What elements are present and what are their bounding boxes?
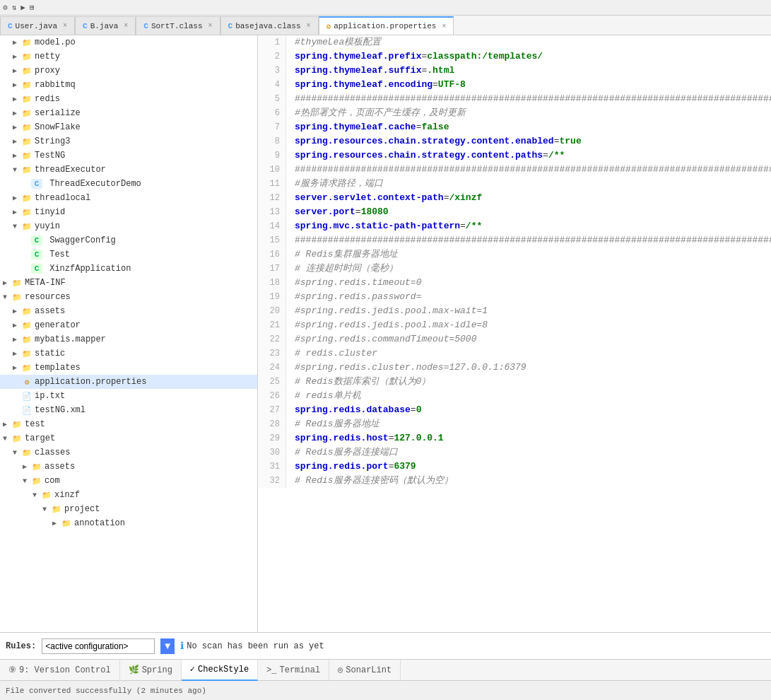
sidebar-item-6[interactable]: ▶📁SnowFlake [0,120,257,134]
sidebar-item-15[interactable]: C Test [0,247,257,262]
tree-arrow[interactable]: ▶ [13,151,21,160]
tree-arrow[interactable]: ▶ [13,335,21,344]
sidebar-item-9[interactable]: ▼📁threadExecutor [0,163,257,177]
bottom-tab-spring[interactable]: 🌿Spring [120,660,182,681]
sidebar-item-23[interactable]: ▶📁templates [0,361,257,375]
sidebar-item-5[interactable]: ▶📁serialize [0,106,257,120]
tree-arrow[interactable]: ▶ [3,420,11,428]
sidebar-item-13[interactable]: ▼📁yuyin [0,219,257,233]
tree-arrow[interactable]: ▶ [13,194,21,202]
tree-arrow[interactable]: ▼ [42,506,51,513]
tab-application-props[interactable]: ⚙application.properties× [319,16,454,35]
sidebar-item-label: annotation [74,518,125,528]
sidebar-item-8[interactable]: ▶📁TestNG [0,148,257,163]
tree-arrow[interactable]: ▼ [13,449,21,457]
bottom-tab-sonarlint[interactable]: ◎SonarLint [329,660,401,681]
sidebar-item-14[interactable]: C SwaggerConfig [0,233,257,247]
sidebar-item-22[interactable]: ▶📁static [0,346,257,361]
line-number: 14 [258,219,286,233]
sidebar-item-3[interactable]: ▶📁rabbitmq [0,78,257,92]
sidebar-item-33[interactable]: ▼📁project [0,502,257,516]
sidebar-item-11[interactable]: ▶📁threadlocal [0,191,257,205]
tree-arrow[interactable]: ▶ [13,95,21,103]
arrows-icon[interactable]: ⇅ [12,3,17,12]
tree-arrow[interactable]: ▼ [33,491,41,499]
sidebar-item-7[interactable]: ▶📁String3 [0,134,257,148]
sidebar-item-30[interactable]: ▶📁assets [0,460,257,474]
sidebar-item-4[interactable]: ▶📁redis [0,92,257,106]
sidebar-item-label: proxy [35,66,60,76]
tab-user-java[interactable]: CUser.java× [0,16,75,35]
sidebar-item-29[interactable]: ▼📁classes [0,445,257,460]
tree-arrow[interactable]: ▶ [13,66,21,75]
bottom-tab-checkstyle[interactable]: ✓CheckStyle [182,660,258,681]
tree-arrow[interactable]: ▶ [52,519,61,527]
layout-icon[interactable]: ⊞ [30,3,35,12]
tab-basejava-class[interactable]: Cbasejava.class× [220,16,319,35]
tree-arrow[interactable]: ▼ [13,166,21,174]
settings-icon[interactable]: ⚙ [3,3,8,12]
sidebar-item-label: netty [35,52,60,62]
tree-arrow[interactable]: ▶ [23,462,31,471]
sidebar-item-0[interactable]: ▶📁model.po [0,35,257,49]
tree-arrow[interactable]: ▶ [13,307,21,315]
sidebar-item-25[interactable]: 📄ip.txt [0,389,257,403]
sidebar-item-label: tinyid [35,207,65,217]
sidebar-item-label: assets [35,306,65,316]
line-number: 32 [258,474,286,488]
editor-line-16: 16# Redis集群服务器地址 [258,247,771,262]
sidebar-item-16[interactable]: C XinzfApplication [0,262,257,276]
sidebar-item-2[interactable]: ▶📁proxy [0,64,257,78]
tree-arrow[interactable]: ▶ [3,279,11,287]
sidebar-item-24[interactable]: ⚙application.properties [0,375,257,389]
bottom-tab-label: Spring [142,665,172,675]
sidebar-item-12[interactable]: ▶📁tinyid [0,205,257,219]
tree-arrow[interactable]: ▶ [13,349,21,358]
tree-arrow[interactable]: ▶ [13,52,21,61]
bottom-tab-terminal[interactable]: >_Terminal [258,660,329,681]
line-code: spring.redis.host=127.0.0.1 [286,431,444,445]
tree-arrow[interactable]: ▶ [13,81,21,89]
tree-arrow[interactable]: ▶ [13,137,21,146]
tree-arrow[interactable]: ▶ [13,123,21,132]
rules-dropdown-button[interactable]: ▼ [160,638,175,654]
tab-b-java[interactable]: CB.java× [75,16,136,35]
tab-sortt-class[interactable]: CSortT.class× [136,16,220,35]
sidebar-item-label: threadlocal [35,193,90,203]
line-code: #thymeLea模板配置 [286,35,381,49]
tree-arrow[interactable]: ▶ [13,38,21,47]
sidebar-item-26[interactable]: 📄testNG.xml [0,403,257,417]
editor-line-5: 5#######################################… [258,92,771,106]
sidebar-item-28[interactable]: ▼📁target [0,431,257,445]
editor-line-25: 25# Redis数据库索引（默认为0） [258,375,771,389]
scan-bar: Rules: ▼ ℹ No scan has been run as yet [0,632,771,659]
sidebar-item-21[interactable]: ▶📁mybatis.mapper [0,332,257,346]
tree-arrow[interactable]: ▶ [13,208,21,216]
folder-icon: 📁 [21,207,33,217]
sidebar-item-19[interactable]: ▶📁assets [0,304,257,318]
tree-arrow[interactable]: ▶ [13,363,21,372]
sidebar-item-32[interactable]: ▼📁xinzf [0,488,257,502]
sidebar-item-31[interactable]: ▼📁com [0,474,257,488]
sidebar-item-10[interactable]: C ThreadExecutorDemo [0,177,257,191]
tree-arrow[interactable]: ▼ [3,435,11,443]
sidebar-item-1[interactable]: ▶📁netty [0,49,257,64]
sidebar-item-20[interactable]: ▶📁generator [0,318,257,332]
sidebar-item-17[interactable]: ▶📁META-INF [0,276,257,290]
tree-arrow[interactable]: ▼ [3,293,11,301]
bottom-tab-version-control[interactable]: ⑨9: Version Control [0,660,120,681]
tree-arrow[interactable]: ▼ [23,477,31,485]
sidebar-item-18[interactable]: ▼📁resources [0,290,257,304]
line-number: 2 [258,49,286,64]
tree-arrow[interactable]: ▶ [13,321,21,329]
line-number: 22 [258,332,286,346]
tree-arrow[interactable]: ▶ [13,109,21,117]
tree-arrow[interactable]: ▼ [13,223,21,231]
sidebar-item-27[interactable]: ▶📁test [0,417,257,431]
run-icon[interactable]: ▶ [20,3,25,12]
top-toolbar: ⚙ ⇅ ▶ ⊞ [0,0,771,16]
folder-icon: 📁 [41,490,52,500]
rules-input[interactable] [42,638,155,654]
sidebar-item-34[interactable]: ▶📁annotation [0,516,257,530]
bottom-tab-label: CheckStyle [198,665,249,675]
